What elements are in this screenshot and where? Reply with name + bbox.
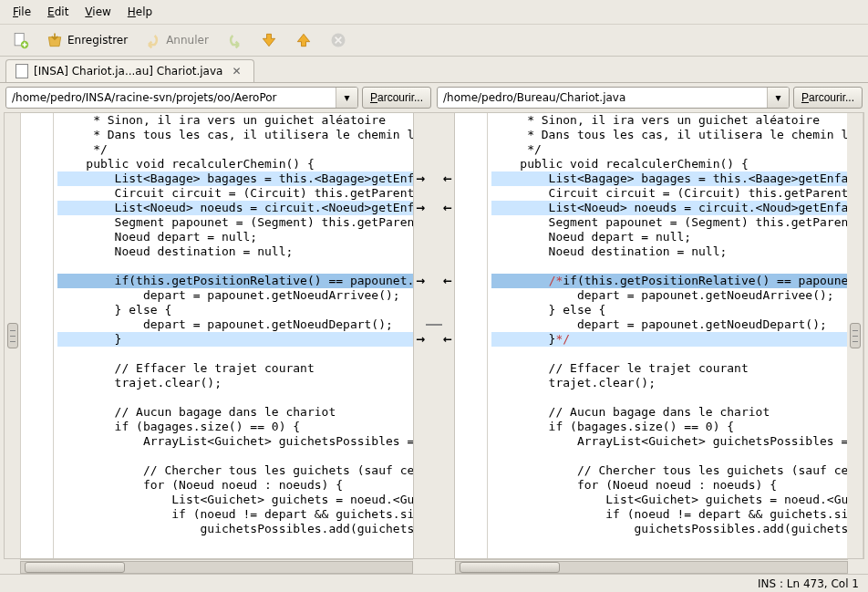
toolbar: Enregistrer Annuler	[0, 25, 868, 57]
left-code[interactable]: * Sinon, il ira vers un guichet aléatoir…	[21, 113, 413, 536]
path-left-input[interactable]	[6, 88, 336, 107]
menu-view[interactable]: View	[78, 3, 118, 21]
right-scrollbar[interactable]	[455, 559, 848, 574]
left-gutter	[5, 113, 21, 558]
tab-chariot[interactable]: [INSA] Chariot.ja...au] Chariot.java ✕	[5, 59, 254, 82]
arrow-down-icon	[260, 31, 278, 49]
redo-button[interactable]	[220, 28, 249, 52]
new-doc-icon	[11, 31, 29, 49]
chevron-down-icon[interactable]: ▾	[336, 88, 357, 108]
stop-button[interactable]	[324, 28, 353, 52]
merge-left-icon[interactable]: ←	[443, 172, 452, 185]
menubar: File Edit View Help	[0, 0, 868, 25]
diff-area: * Sinon, il ira vers un guichet aléatoir…	[4, 112, 864, 559]
browse-right-button[interactable]: Parcourir...	[793, 87, 863, 109]
path-right-input[interactable]	[438, 88, 767, 107]
tabbar: [INSA] Chariot.ja...au] Chariot.java ✕	[0, 57, 868, 83]
left-margin	[21, 113, 54, 558]
save-icon	[46, 31, 64, 49]
save-button[interactable]: Enregistrer	[40, 28, 133, 52]
merge-right-icon[interactable]: →	[416, 333, 425, 346]
undo-button[interactable]: Annuler	[139, 28, 214, 52]
diff-connector: →←→←→←→←	[413, 113, 455, 558]
pathbar: ▾ Parcourir... ▾ Parcourir...	[0, 83, 868, 112]
merge-right-icon[interactable]: →	[416, 172, 425, 185]
new-button[interactable]	[5, 28, 35, 52]
undo-icon	[144, 31, 162, 49]
tab-label: [INSA] Chariot.ja...au] Chariot.java	[34, 65, 222, 78]
tab-close-icon[interactable]: ✕	[228, 65, 244, 78]
save-label: Enregistrer	[67, 34, 128, 47]
doc-icon	[16, 64, 28, 78]
arrow-up-button[interactable]	[289, 28, 318, 52]
merge-left-icon[interactable]: ←	[443, 202, 452, 214]
merge-right-icon[interactable]: →	[416, 202, 425, 214]
chevron-down-icon[interactable]: ▾	[767, 88, 789, 108]
merge-left-icon[interactable]: ←	[443, 275, 452, 287]
path-left-combo[interactable]: ▾	[5, 87, 358, 109]
redo-icon	[225, 31, 243, 49]
right-code[interactable]: * Sinon, il ira vers un guichet aléatoir…	[455, 113, 847, 536]
right-pane[interactable]: * Sinon, il ira vers un guichet aléatoir…	[455, 113, 847, 558]
left-scrollbar[interactable]	[20, 559, 413, 574]
menu-edit[interactable]: Edit	[40, 3, 76, 21]
right-gutter	[847, 113, 863, 558]
statusbar: INS : Ln 473, Col 1	[0, 574, 868, 592]
menu-help[interactable]: Help	[120, 3, 160, 21]
arrow-down-button[interactable]	[254, 28, 284, 52]
browse-left-button[interactable]: Parcourir...	[362, 87, 431, 109]
merge-right-icon[interactable]: →	[416, 275, 425, 287]
undo-label: Annuler	[166, 34, 209, 47]
left-pane[interactable]: * Sinon, il ira vers un guichet aléatoir…	[21, 113, 413, 558]
close-icon	[329, 31, 347, 49]
arrow-up-icon	[294, 31, 313, 49]
menu-file[interactable]: File	[5, 3, 38, 21]
status-text: INS : Ln 473, Col 1	[758, 577, 859, 590]
scrollbars	[4, 559, 864, 574]
gutter-handle-icon[interactable]	[7, 323, 18, 348]
gutter-handle-icon[interactable]	[850, 323, 861, 348]
path-right-combo[interactable]: ▾	[437, 87, 790, 109]
merge-left-icon[interactable]: ←	[443, 333, 452, 346]
right-margin	[455, 113, 488, 558]
